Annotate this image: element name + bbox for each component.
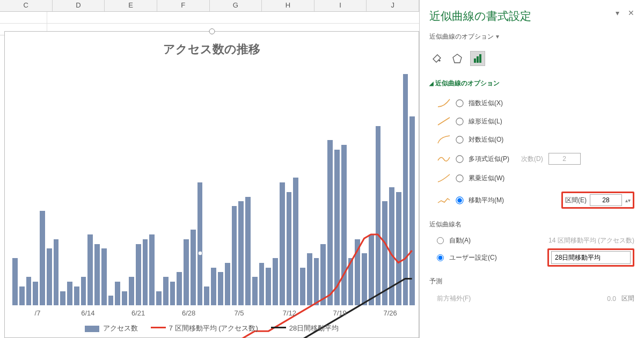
panel-tabs xyxy=(429,51,634,66)
poly-order-input xyxy=(548,153,581,165)
panel-menu-icon[interactable]: ▾ xyxy=(616,9,619,17)
chart-title[interactable]: アクセス数の推移 xyxy=(5,32,419,62)
legend-item-bar[interactable]: アクセス数 xyxy=(85,324,138,333)
chart-resize-handle-top[interactable] xyxy=(209,28,215,34)
column-header[interactable]: G xyxy=(210,0,262,11)
column-header[interactable]: F xyxy=(157,0,210,11)
svg-rect-1 xyxy=(474,58,476,63)
legend-item-red[interactable]: 7 区間移動平均 (アクセス数) xyxy=(151,324,258,333)
panel-subtitle[interactable]: 近似曲線のオプション▾ xyxy=(429,32,634,41)
option-moving-average[interactable]: 移動平均(M) 区間(E) ▴▾ xyxy=(429,189,634,211)
svg-rect-2 xyxy=(477,56,479,63)
radio-polynomial[interactable] xyxy=(456,155,463,163)
column-header[interactable]: E xyxy=(105,0,157,11)
panel-title: 近似曲線の書式設定 xyxy=(429,9,634,24)
name-auto-row[interactable]: 自動(A) 14 区間移動平均 (アクセス数) xyxy=(429,234,634,247)
curve-exp-icon xyxy=(437,98,451,108)
legend-item-black[interactable]: 28日間移動平均 xyxy=(271,324,339,333)
section-trendline-name: 近似曲線名 xyxy=(429,220,634,229)
option-linear[interactable]: 線形近似(L) xyxy=(429,114,634,129)
tab-effects-icon[interactable] xyxy=(450,51,465,66)
option-polynomial[interactable]: 多項式近似(P) 次数(D) xyxy=(429,150,634,167)
radio-logarithmic[interactable] xyxy=(456,136,463,143)
chart-legend[interactable]: アクセス数 7 区間移動平均 (アクセス数) 28日間移動平均 xyxy=(5,324,419,333)
svg-marker-0 xyxy=(453,54,462,63)
column-header[interactable]: D xyxy=(53,0,105,11)
column-header[interactable]: H xyxy=(262,0,314,11)
curve-poly-icon xyxy=(437,154,451,164)
user-name-highlight xyxy=(547,248,634,267)
tab-chart-options-icon[interactable] xyxy=(470,51,485,66)
panel-close-icon[interactable]: ✕ xyxy=(628,9,634,17)
x-axis-labels: /76/146/216/287/57/127/197/26 xyxy=(12,309,415,317)
chart-plot-area[interactable] xyxy=(12,69,415,305)
curve-power-icon xyxy=(437,173,451,183)
tab-fill-icon[interactable] xyxy=(429,51,444,66)
forecast-forward-value: 0.0 xyxy=(607,295,616,303)
trendlines xyxy=(12,69,415,338)
radio-moving-average[interactable] xyxy=(456,196,463,204)
option-exponential[interactable]: 指数近似(X) xyxy=(429,95,634,111)
poly-order-label: 次数(D) xyxy=(521,155,543,164)
column-header[interactable]: I xyxy=(314,0,367,11)
radio-name-auto[interactable] xyxy=(437,237,444,244)
stepper-icon[interactable]: ▴▾ xyxy=(625,197,631,203)
spreadsheet-area: CDEFGHIJ アクセス数の推移 /76/146/216/287/57/127… xyxy=(0,0,420,338)
radio-name-user[interactable] xyxy=(437,254,444,261)
period-input[interactable] xyxy=(590,194,622,206)
format-trendline-panel: ▾ ✕ 近似曲線の書式設定 近似曲線のオプション▾ 近似曲線のオプション 指数近… xyxy=(420,0,644,338)
chart-container[interactable]: アクセス数の推移 /76/146/216/287/57/127/197/26 ア… xyxy=(4,31,419,338)
period-highlight: 区間(E) ▴▾ xyxy=(561,192,634,209)
forecast-forward-row: 前方補外(F) 0.0 区間 xyxy=(429,292,634,305)
radio-exponential[interactable] xyxy=(456,99,463,107)
column-headers: CDEFGHIJ xyxy=(0,0,419,12)
auto-name-preview: 14 区間移動平均 (アクセス数) xyxy=(548,236,634,245)
name-user-row[interactable]: ユーザー設定(C) xyxy=(429,247,634,268)
column-header[interactable]: C xyxy=(0,0,53,11)
curve-movavg-icon xyxy=(437,195,451,205)
user-name-input[interactable] xyxy=(551,251,631,264)
period-label: 区間(E) xyxy=(565,196,587,205)
option-power[interactable]: 累乗近似(W) xyxy=(429,171,634,186)
curve-linear-icon xyxy=(437,116,451,126)
svg-rect-3 xyxy=(479,54,481,63)
section-trendline-options[interactable]: 近似曲線のオプション xyxy=(429,79,634,88)
option-logarithmic[interactable]: 対数近似(O) xyxy=(429,132,634,147)
section-forecast: 予測 xyxy=(429,277,634,286)
curve-log-icon xyxy=(437,135,451,144)
data-point-marker[interactable] xyxy=(198,251,203,256)
radio-power[interactable] xyxy=(456,174,463,182)
column-header[interactable]: J xyxy=(367,0,419,11)
radio-linear[interactable] xyxy=(456,117,463,125)
